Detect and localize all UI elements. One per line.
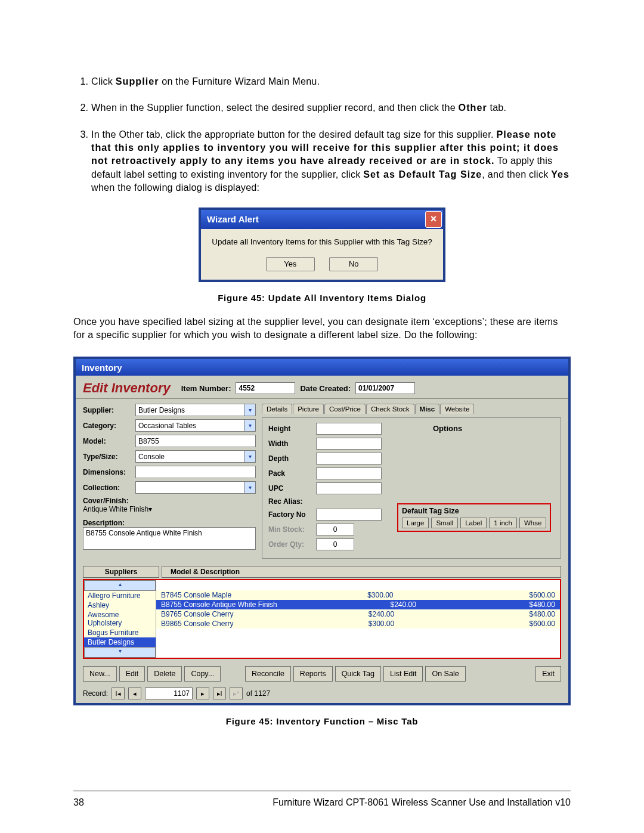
delete-button[interactable]: Delete	[147, 666, 182, 682]
list-item[interactable]: Awesome Upholstery	[84, 610, 156, 628]
listedit-button[interactable]: List Edit	[383, 666, 423, 682]
chevron-down-icon[interactable]: ▾	[244, 451, 255, 462]
step-2: When in the Supplier function, select th…	[91, 101, 571, 114]
table-row[interactable]: B8755 Console Antique White Finish$240.0…	[156, 600, 560, 609]
height-field[interactable]	[316, 423, 382, 435]
datecreated-label: Date Created:	[300, 384, 351, 393]
model-field[interactable]: B8755	[135, 435, 256, 447]
list-item[interactable]: Bogus Furniture	[84, 628, 156, 637]
description-label: Description:	[83, 519, 256, 527]
record-total: of 1127	[246, 689, 270, 698]
table-row[interactable]: B9865 Console Cherry$300.00$600.00	[156, 619, 560, 628]
edit-button[interactable]: Edit	[119, 666, 145, 682]
tab-bar: Details Picture Cost/Price Check Stock M…	[262, 404, 561, 414]
tab-misc[interactable]: Misc	[415, 404, 440, 414]
model-label: Model:	[83, 437, 135, 445]
nav-first-icon[interactable]: I◂	[112, 688, 125, 699]
close-icon[interactable]: ×	[425, 211, 442, 228]
recalias-label: Rec Alias:	[268, 497, 316, 506]
nav-last-icon[interactable]: ▸I	[213, 688, 226, 699]
nav-next-icon[interactable]: ▸	[196, 688, 209, 699]
step-1: Click Supplier on the Furniture Wizard M…	[91, 75, 571, 88]
instruction-list: Click Supplier on the Furniture Wizard M…	[73, 75, 571, 194]
paragraph: Once you have specified label sizing at …	[73, 315, 571, 342]
quicktag-button[interactable]: Quick Tag	[335, 666, 381, 682]
upc-field[interactable]	[316, 482, 382, 494]
tag-1inch-button[interactable]: 1 inch	[489, 518, 517, 528]
reports-button[interactable]: Reports	[293, 666, 333, 682]
misc-panel: Height Width Depth Pack UPC Rec Alias: F…	[262, 417, 561, 559]
type-label: Type/Size:	[83, 453, 135, 461]
item-number-field[interactable]	[236, 382, 295, 394]
depth-field[interactable]	[316, 453, 382, 465]
tag-large-button[interactable]: Large	[402, 518, 429, 528]
tag-whse-button[interactable]: Whse	[519, 518, 546, 528]
category-label: Category:	[83, 422, 135, 430]
category-field[interactable]: Occasional Tables▾	[135, 419, 256, 432]
model-desc-header[interactable]: Model & Description	[162, 566, 561, 578]
cover-field[interactable]: Antique White Finish▾	[83, 505, 256, 516]
pack-field[interactable]	[316, 467, 382, 479]
table-row[interactable]: B9765 Console Cherry$240.00$480.00	[156, 609, 560, 619]
orderqty-label: Order Qty:	[268, 540, 316, 549]
onsale-button[interactable]: On Sale	[425, 666, 465, 682]
copy-button[interactable]: Copy...	[184, 666, 221, 682]
tag-label-button[interactable]: Label	[460, 518, 487, 528]
orderqty-field[interactable]	[316, 538, 354, 550]
tab-website[interactable]: Website	[440, 404, 474, 414]
dimensions-field[interactable]	[135, 466, 256, 478]
tab-picture[interactable]: Picture	[293, 404, 324, 414]
no-button[interactable]: No	[329, 257, 378, 271]
list-item[interactable]: Allegro Furniture	[84, 591, 156, 600]
list-item[interactable]: Butler Designs	[84, 637, 156, 647]
page-title: Edit Inventory	[83, 380, 171, 396]
tag-small-button[interactable]: Small	[431, 518, 458, 528]
collection-field[interactable]: ▾	[135, 481, 256, 494]
nav-new-icon: ▸*	[230, 688, 243, 699]
list-item[interactable]: Ashley	[84, 600, 156, 610]
model-rows: B7845 Console Maple$300.00$600.00 B8755 …	[156, 580, 560, 658]
page-number: 38	[73, 797, 84, 808]
tab-checkstock[interactable]: Check Stock	[366, 404, 414, 414]
supplier-label: Supplier:	[83, 406, 135, 414]
upc-label: UPC	[268, 484, 316, 493]
yes-button[interactable]: Yes	[266, 257, 315, 271]
tab-costprice[interactable]: Cost/Price	[324, 404, 366, 414]
width-field[interactable]	[316, 438, 382, 450]
type-field[interactable]: Console▾	[135, 450, 256, 463]
inventory-window: Inventory Edit Inventory Item Number: Da…	[73, 357, 571, 705]
left-fields: Supplier: Butler Designs▾ Category: Occa…	[83, 404, 256, 559]
new-button[interactable]: New...	[83, 666, 117, 682]
description-field[interactable]: B8755 Console Antique White Finish	[83, 527, 256, 550]
depth-label: Depth	[268, 454, 316, 463]
factoryno-field[interactable]	[316, 509, 382, 521]
reconcile-button[interactable]: Reconcile	[245, 666, 291, 682]
dimensions-label: Dimensions:	[83, 468, 135, 476]
suppliers-header[interactable]: Suppliers	[83, 566, 159, 578]
table-row[interactable]: B7845 Console Maple$300.00$600.00	[156, 590, 560, 600]
chevron-down-icon[interactable]: ▾	[148, 505, 152, 513]
minstock-field[interactable]	[316, 524, 354, 535]
exit-button[interactable]: Exit	[535, 666, 561, 682]
nav-prev-icon[interactable]: ◂	[128, 688, 141, 699]
supplier-field[interactable]: Butler Designs▾	[135, 404, 256, 416]
width-label: Width	[268, 439, 316, 448]
pack-label: Pack	[268, 469, 316, 478]
tagsize-label: Default Tag Size	[402, 507, 546, 515]
record-navigator: Record: I◂ ◂ ▸ ▸I ▸* of 1127	[76, 685, 568, 703]
scroll-up-icon[interactable]: ▴	[84, 580, 156, 591]
alert-title: Wizard Alert	[207, 214, 259, 224]
chevron-down-icon[interactable]: ▾	[244, 482, 255, 493]
collection-label: Collection:	[83, 484, 135, 492]
scroll-down-icon[interactable]: ▾	[84, 647, 156, 658]
itemnum-label: Item Number:	[181, 384, 231, 393]
date-created-field[interactable]	[355, 382, 415, 394]
chevron-down-icon[interactable]: ▾	[244, 420, 255, 431]
chevron-down-icon[interactable]: ▾	[244, 404, 255, 416]
inventory-grid: ▴ Allegro Furniture Ashley Awesome Uphol…	[83, 579, 561, 659]
supplier-list[interactable]: ▴ Allegro Furniture Ashley Awesome Uphol…	[84, 580, 156, 658]
record-number-field[interactable]	[145, 688, 193, 699]
inventory-header: Edit Inventory Item Number: Date Created…	[76, 376, 568, 399]
tab-details[interactable]: Details	[262, 404, 292, 414]
alert-message: Update all Inventory Items for this Supp…	[201, 229, 443, 257]
